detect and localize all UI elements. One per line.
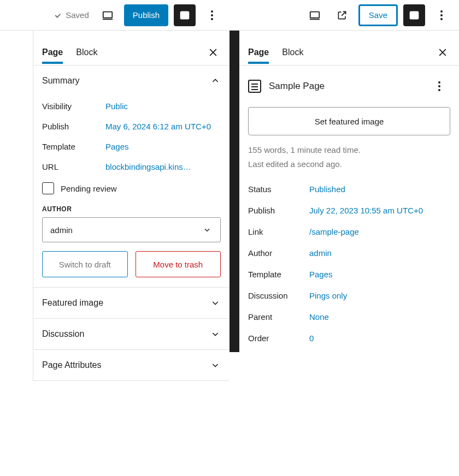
visibility-value[interactable]: Public	[105, 102, 221, 111]
panel-featured-image-title: Featured image	[42, 298, 103, 308]
url-label: URL	[42, 162, 101, 171]
tabs-left: Page Block	[33, 39, 229, 66]
view-page-button[interactable]	[331, 4, 353, 26]
order-value[interactable]: 0	[309, 334, 450, 343]
dots-vertical-icon	[211, 10, 213, 20]
word-count-text: 155 words, 1 minute read time.	[248, 143, 450, 157]
link-label: Link	[248, 227, 309, 236]
tab-page[interactable]: Page	[248, 41, 269, 64]
set-featured-image-label: Set featured image	[315, 117, 384, 126]
publish-label: Publish	[42, 122, 101, 131]
panel-page-attributes-title: Page Attributes	[42, 360, 102, 370]
switch-to-draft-button[interactable]: Switch to draft	[42, 251, 128, 277]
chevron-down-icon	[210, 297, 221, 308]
dots-vertical-icon	[440, 10, 443, 20]
close-sidebar-button[interactable]	[205, 45, 221, 60]
panel-featured-image-toggle[interactable]: Featured image	[33, 288, 229, 318]
author-heading: AUTHOR	[42, 205, 221, 213]
preview-button[interactable]	[304, 4, 326, 26]
chevron-down-icon	[202, 224, 213, 235]
panel-page-attributes-toggle[interactable]: Page Attributes	[33, 350, 229, 380]
publish-value[interactable]: July 22, 2023 10:55 am UTC+0	[309, 206, 450, 215]
author-label: Author	[248, 248, 309, 258]
sidebar-right: Page Block Sample Page Set featured imag…	[229, 31, 459, 352]
move-to-trash-button[interactable]: Move to trash	[136, 251, 221, 277]
page-properties: StatusPublished PublishJuly 22, 2023 10:…	[239, 175, 459, 352]
toolbar-left: Saved Publish	[0, 0, 229, 31]
panel-featured-image: Featured image	[33, 288, 229, 319]
url-value[interactable]: blockbindingsapi.kins…	[105, 162, 209, 171]
author-select-value: admin	[50, 225, 73, 235]
chevron-down-icon	[210, 360, 221, 371]
panel-discussion-toggle[interactable]: Discussion	[33, 319, 229, 349]
publish-label: Publish	[248, 206, 309, 215]
save-button[interactable]: Save	[358, 4, 398, 26]
saved-status: Saved	[54, 10, 89, 20]
more-menu-button[interactable]	[431, 4, 452, 26]
toolbar-right: Save	[229, 0, 459, 31]
svg-rect-0	[103, 11, 113, 17]
page-actions-button[interactable]	[428, 75, 450, 97]
parent-value[interactable]: None	[309, 312, 450, 322]
panel-summary-toggle[interactable]: Summary	[33, 66, 229, 96]
editor-right-pane: Save Page Block Sample Page	[229, 0, 459, 476]
panel-summary-title: Summary	[42, 76, 79, 86]
tab-block[interactable]: Block	[282, 41, 303, 64]
chevron-up-icon	[210, 75, 221, 86]
svg-rect-2	[310, 11, 320, 17]
author-select[interactable]: admin	[42, 217, 221, 242]
set-featured-image-button[interactable]: Set featured image	[248, 107, 450, 135]
save-button-label: Save	[369, 10, 387, 20]
panel-discussion: Discussion	[33, 319, 229, 350]
status-label: Status	[248, 185, 309, 194]
page-title: Sample Page	[269, 81, 325, 92]
svg-rect-3	[410, 11, 419, 19]
page-icon	[248, 80, 261, 93]
last-edited-text: Last edited a second ago.	[248, 157, 450, 171]
publish-button-label: Publish	[133, 10, 160, 20]
template-label: Template	[248, 270, 309, 279]
chevron-down-icon	[210, 329, 221, 340]
check-icon	[54, 11, 62, 20]
pending-review-checkbox[interactable]	[42, 182, 54, 194]
preview-button[interactable]	[97, 4, 119, 26]
template-value[interactable]: Pages	[105, 142, 221, 151]
tabs-right: Page Block	[239, 39, 459, 66]
switch-to-draft-label: Switch to draft	[59, 260, 111, 269]
tab-page[interactable]: Page	[42, 41, 63, 64]
more-menu-button[interactable]	[201, 4, 223, 26]
template-value[interactable]: Pages	[309, 270, 450, 279]
publish-button[interactable]: Publish	[124, 4, 168, 26]
template-label: Template	[42, 142, 101, 151]
status-value[interactable]: Published	[309, 185, 450, 194]
author-value[interactable]: admin	[309, 248, 450, 258]
sidebar-toggle-button[interactable]	[174, 4, 196, 26]
sidebar-left: Page Block Summary Visibility Publ	[33, 31, 229, 381]
discussion-value[interactable]: Pings only	[309, 291, 450, 300]
parent-label: Parent	[248, 312, 309, 322]
sidebar-toggle-button[interactable]	[403, 4, 425, 26]
publish-value[interactable]: May 6, 2024 6:12 am UTC+0	[105, 122, 221, 131]
saved-label: Saved	[66, 10, 89, 20]
svg-rect-1	[181, 11, 189, 19]
link-value[interactable]: /sample-page	[309, 227, 450, 236]
dots-vertical-icon	[438, 81, 440, 91]
page-meta: 155 words, 1 minute read time. Last edit…	[239, 143, 459, 175]
pending-review-label: Pending review	[61, 184, 117, 193]
order-label: Order	[248, 334, 309, 343]
panel-page-attributes: Page Attributes	[33, 350, 229, 381]
visibility-label: Visibility	[42, 102, 101, 111]
panel-discussion-title: Discussion	[42, 329, 84, 339]
panel-summary: Summary Visibility Public Publish May 6,…	[33, 66, 229, 288]
panel-summary-body: Visibility Public Publish May 6, 2024 6:…	[33, 96, 229, 287]
editor-left-pane: Saved Publish Page Block	[0, 0, 229, 476]
close-sidebar-button[interactable]	[435, 45, 450, 60]
discussion-label: Discussion	[248, 291, 309, 300]
page-card-header: Sample Page	[239, 66, 459, 102]
tab-block[interactable]: Block	[76, 41, 97, 64]
move-to-trash-label: Move to trash	[153, 260, 203, 269]
